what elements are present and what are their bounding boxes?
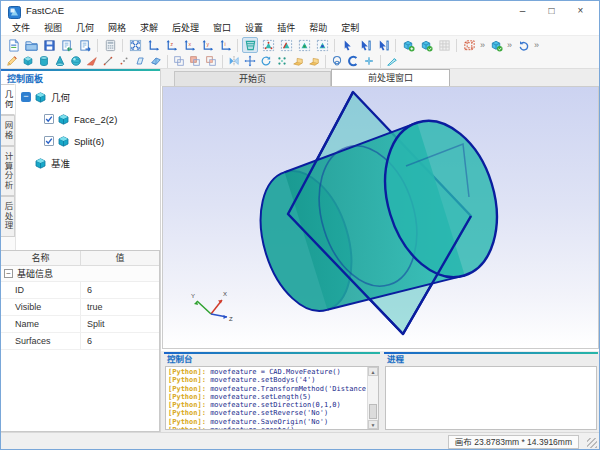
export-icon[interactable] <box>77 37 93 53</box>
property-row-name[interactable]: NameSplit <box>1 316 159 333</box>
tree-item-face[interactable]: Face_2(2) <box>16 108 160 130</box>
menu-item-settings[interactable]: 设置 <box>238 22 270 35</box>
toolbar-overflow-icon[interactable]: » <box>507 40 512 50</box>
revolve-icon[interactable] <box>307 54 321 68</box>
fit-view-icon[interactable] <box>145 37 161 53</box>
create-cone-icon[interactable] <box>53 54 67 68</box>
bool-cut-icon[interactable] <box>188 54 202 68</box>
create-sphere-icon[interactable] <box>69 54 83 68</box>
menu-item-plugins[interactable]: 插件 <box>270 22 302 35</box>
box-select-icon[interactable] <box>357 37 373 53</box>
menu-item-window[interactable]: 窗口 <box>206 22 238 35</box>
toolbar-overflow-icon[interactable]: » <box>480 40 485 50</box>
view-xoz-icon[interactable]: y <box>199 37 215 53</box>
fillet-icon[interactable] <box>362 54 376 68</box>
create-set-icon[interactable] <box>400 37 416 53</box>
process-output[interactable] <box>385 366 597 430</box>
datum-icon[interactable] <box>85 54 99 68</box>
resize-grip[interactable] <box>587 438 597 448</box>
create-line-icon[interactable] <box>101 54 115 68</box>
scroll-up-icon[interactable]: ▲ <box>368 367 378 376</box>
toolbar-overflow-icon[interactable]: » <box>534 40 539 50</box>
select-face-icon[interactable] <box>296 37 312 53</box>
chamfer-icon[interactable] <box>385 54 399 68</box>
console-line: [Python]: movefeature.setBodys('4') <box>168 376 366 384</box>
document-tab-preprocess[interactable]: 前处理窗口 <box>331 69 450 86</box>
property-value: 6 <box>81 333 159 349</box>
grid-icon[interactable] <box>436 37 452 53</box>
menu-item-file[interactable]: 文件 <box>5 22 37 35</box>
move-icon[interactable] <box>243 54 257 68</box>
sidebar-tab-geometry[interactable]: 几何 <box>1 84 15 115</box>
tree-item-split[interactable]: Split(6) <box>16 130 160 152</box>
scroll-thumb[interactable] <box>369 404 377 419</box>
extrude-icon[interactable] <box>291 54 305 68</box>
filter-select-icon[interactable] <box>375 37 391 53</box>
pattern-icon[interactable] <box>275 54 289 68</box>
property-row-visible[interactable]: Visibletrue <box>1 299 159 316</box>
toolbar-separator <box>325 55 326 68</box>
menu-item-view[interactable]: 视图 <box>37 22 69 35</box>
viewport-3d[interactable]: Y X Z <box>162 86 599 349</box>
check-model-icon[interactable] <box>418 37 434 53</box>
view-yoz-icon[interactable]: x <box>181 37 197 53</box>
sketch-icon[interactable] <box>5 54 19 68</box>
view-xoy-icon[interactable]: z <box>163 37 179 53</box>
menu-item-mesh[interactable]: 网格 <box>101 22 133 35</box>
solve-manager-icon[interactable] <box>102 37 118 53</box>
sidebar-tab-mesh[interactable]: 网格 <box>1 115 15 146</box>
axis-y-label: Y <box>191 293 195 299</box>
select-cursor-icon[interactable] <box>339 37 355 53</box>
view-iso-icon[interactable]: i <box>217 37 233 53</box>
open-file-icon[interactable] <box>23 37 39 53</box>
sidebar-tab-analysis[interactable]: 计算分析 <box>1 146 15 196</box>
collapse-icon[interactable]: − <box>21 92 31 102</box>
create-surface-icon[interactable] <box>149 54 163 68</box>
maximize-button[interactable]: □ <box>537 1 566 22</box>
minimize-button[interactable]: – <box>508 1 537 22</box>
create-box-icon[interactable] <box>21 54 35 68</box>
bool-fuse-icon[interactable] <box>172 54 186 68</box>
console-output[interactable]: [Python]: movefeature = CAD.MoveFeature(… <box>165 366 379 430</box>
sweep-icon[interactable] <box>346 54 360 68</box>
display-mode-icon[interactable] <box>488 37 504 53</box>
tree-item-datum[interactable]: 基准 <box>16 152 160 174</box>
create-cylinder-icon[interactable] <box>37 54 51 68</box>
select-vertex-icon[interactable] <box>260 37 276 53</box>
menu-item-post[interactable]: 后处理 <box>165 22 206 35</box>
create-plane-icon[interactable] <box>133 54 147 68</box>
menu-item-custom[interactable]: 定制 <box>334 22 366 35</box>
collapse-group-icon[interactable]: − <box>4 269 13 278</box>
select-solid-icon[interactable] <box>314 37 330 53</box>
menu-item-geometry[interactable]: 几何 <box>69 22 101 35</box>
axis-x-label: X <box>223 291 227 297</box>
property-group-row[interactable]: − 基础信息 <box>1 266 159 282</box>
visibility-checkbox[interactable] <box>44 136 54 146</box>
mirror-icon[interactable] <box>227 54 241 68</box>
scroll-down-icon[interactable]: ▼ <box>368 420 378 429</box>
sidebar-tab-post[interactable]: 后处理 <box>1 196 15 237</box>
title-bar[interactable]: FastCAE – □ × <box>1 1 599 22</box>
bounding-box-icon[interactable] <box>461 37 477 53</box>
fit-window-icon[interactable] <box>127 37 143 53</box>
new-file-icon[interactable] <box>5 37 21 53</box>
loft-icon[interactable] <box>330 54 344 68</box>
wireframe-mode-icon[interactable] <box>242 37 258 53</box>
undo-icon[interactable] <box>515 37 531 53</box>
select-edge-icon[interactable] <box>278 37 294 53</box>
property-row-surfaces[interactable]: Surfaces6 <box>1 333 159 350</box>
console-scrollbar[interactable]: ▲ ▼ <box>367 367 378 429</box>
import-icon[interactable] <box>59 37 75 53</box>
bool-common-icon[interactable] <box>204 54 218 68</box>
menu-item-help[interactable]: 帮助 <box>302 22 334 35</box>
visibility-checkbox[interactable] <box>44 114 54 124</box>
menu-item-solve[interactable]: 求解 <box>133 22 165 35</box>
tree-item-geometry[interactable]: −几何 <box>16 86 160 108</box>
document-tab-start[interactable]: 开始页 <box>174 71 331 86</box>
property-group-label: 基础信息 <box>17 267 53 280</box>
close-button[interactable]: × <box>566 1 595 22</box>
property-row-id[interactable]: ID6 <box>1 282 159 299</box>
save-icon[interactable] <box>41 37 57 53</box>
create-point-icon[interactable] <box>117 54 131 68</box>
rotate-icon[interactable] <box>259 54 273 68</box>
